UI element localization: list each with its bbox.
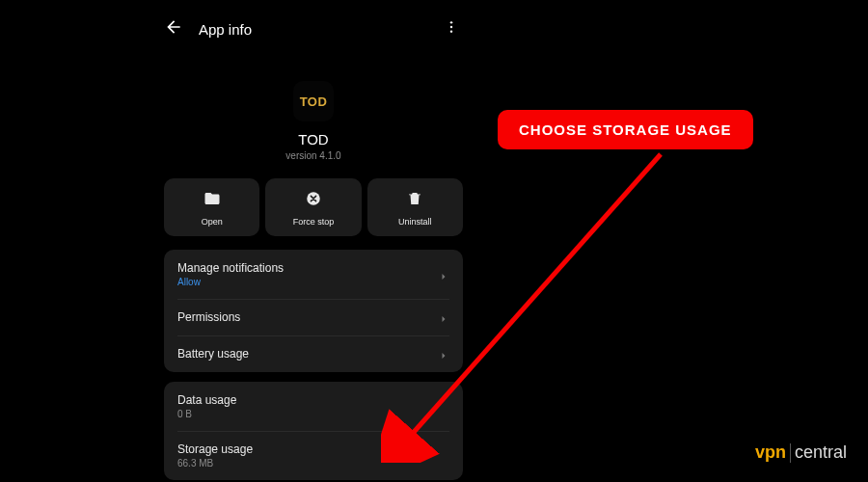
more-icon[interactable] xyxy=(440,15,463,42)
settings-card-2: Data usage 0 B Storage usage 66.3 MB xyxy=(164,382,463,480)
open-label: Open xyxy=(202,217,223,227)
data-usage-label: Data usage xyxy=(177,393,449,407)
app-info-screen: App info TOD TOD version 4.1.0 Open Forc… xyxy=(164,12,463,482)
notifications-sub: Allow xyxy=(177,277,438,287)
page-title: App info xyxy=(199,21,252,38)
app-name: TOD xyxy=(298,131,328,147)
battery-row[interactable]: Battery usage xyxy=(164,335,463,372)
app-icon: TOD xyxy=(293,81,334,121)
watermark-left: vpn xyxy=(755,442,786,463)
storage-usage-sub: 66.3 MB xyxy=(177,458,449,469)
chevron-right-icon xyxy=(438,269,449,281)
permissions-label: Permissions xyxy=(177,310,438,324)
app-version: version 4.1.0 xyxy=(285,150,340,161)
header-bar: App info xyxy=(164,12,463,52)
notifications-label: Manage notifications xyxy=(177,261,438,275)
uninstall-button[interactable]: Uninstall xyxy=(367,178,463,236)
svg-point-0 xyxy=(450,21,452,23)
watermark-right: central xyxy=(795,442,847,463)
storage-usage-label: Storage usage xyxy=(177,442,449,456)
folder-icon xyxy=(203,190,221,211)
open-button[interactable]: Open xyxy=(164,178,259,236)
stop-icon xyxy=(305,190,322,211)
trash-icon xyxy=(406,190,423,211)
data-usage-row[interactable]: Data usage 0 B xyxy=(164,382,463,431)
svg-point-1 xyxy=(450,26,452,28)
chevron-right-icon xyxy=(438,348,449,360)
svg-point-2 xyxy=(450,30,452,32)
action-buttons: Open Force stop Uninstall xyxy=(164,178,463,236)
manage-notifications-row[interactable]: Manage notifications Allow xyxy=(164,250,463,299)
data-usage-sub: 0 B xyxy=(177,409,449,419)
back-icon[interactable] xyxy=(164,17,183,40)
battery-label: Battery usage xyxy=(177,347,438,361)
force-stop-label: Force stop xyxy=(293,217,335,227)
instruction-callout: CHOOSE STORAGE USAGE xyxy=(498,110,753,149)
watermark-divider xyxy=(790,443,791,463)
app-summary: TOD TOD version 4.1.0 xyxy=(164,81,463,161)
uninstall-label: Uninstall xyxy=(398,217,432,227)
callout-text: CHOOSE STORAGE USAGE xyxy=(519,121,732,138)
watermark: vpn central xyxy=(755,442,847,463)
storage-usage-row[interactable]: Storage usage 66.3 MB xyxy=(164,431,463,480)
force-stop-button[interactable]: Force stop xyxy=(265,178,361,236)
app-icon-text: TOD xyxy=(300,94,328,109)
permissions-row[interactable]: Permissions xyxy=(164,299,463,335)
chevron-right-icon xyxy=(438,311,449,323)
settings-card-1: Manage notifications Allow Permissions B… xyxy=(164,250,463,372)
